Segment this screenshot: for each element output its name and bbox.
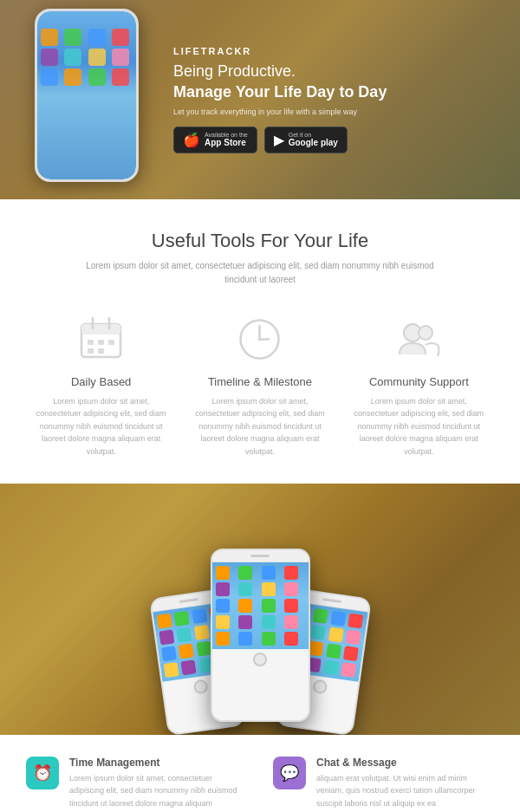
svg-rect-8: [98, 348, 104, 354]
appstore-button[interactable]: 🍎 Available on the App Store: [173, 127, 257, 153]
svg-rect-4: [88, 340, 94, 345]
apple-icon: 🍎: [183, 132, 200, 148]
svg-point-14: [419, 326, 432, 340]
community-icon: [395, 315, 443, 363]
feature-chat-name: Chat & Message: [316, 757, 494, 769]
hero-title: Being Productive. Manage Your Life Day t…: [173, 62, 387, 102]
features-grid: ⏰ Time Management Lorem ipsum dolor sit …: [26, 757, 494, 812]
googleplay-button[interactable]: ▶ Get it on Google play: [264, 127, 348, 153]
store-buttons: 🍎 Available on the App Store ▶ Get it on…: [173, 127, 387, 153]
tools-grid: Daily Based Lorem ipsum dolor sit amet, …: [26, 313, 494, 458]
phone-center: [211, 549, 310, 722]
tool-daily: Daily Based Lorem ipsum dolor sit amet, …: [26, 313, 176, 458]
feature-time-management: ⏰ Time Management Lorem ipsum dolor sit …: [26, 757, 247, 809]
chat-message-icon-box: 💬: [273, 757, 306, 789]
brand-name: LIFETRACKR: [173, 46, 387, 56]
feature-time-name: Time Management: [69, 757, 247, 769]
phones-container: [133, 562, 388, 735]
svg-rect-5: [98, 340, 104, 345]
clock-icon: [236, 315, 283, 363]
calendar-icon: [77, 315, 125, 363]
play-icon: ▶: [274, 132, 284, 148]
svg-rect-1: [81, 324, 120, 335]
feature-chat-message: 💬 Chat & Message aliquam erat volutpat. …: [273, 757, 494, 809]
hero-subtitle: Let you track everything in your life wi…: [173, 107, 387, 116]
tool-timeline: Timeline & Milestone Lorem ipsum dolor s…: [185, 313, 335, 458]
features-section: ⏰ Time Management Lorem ipsum dolor sit …: [0, 735, 520, 812]
tool-timeline-desc: Lorem ipsum dolor sit amet, consectetuer…: [193, 395, 326, 458]
feature-chat-desc: aliquam erat volutpat. Ut wisi enim ad m…: [316, 772, 494, 809]
feature-time-desc: Lorem ipsum dolor sit amet, consectetuer…: [69, 772, 247, 809]
phones-section: [0, 484, 520, 735]
tool-community-desc: Lorem ipsum dolor sit amet, consectetuer…: [353, 395, 485, 458]
chat-icon: 💬: [280, 763, 299, 783]
svg-rect-7: [88, 348, 94, 354]
tool-daily-desc: Lorem ipsum dolor sit amet, consectetuer…: [35, 395, 167, 458]
svg-rect-6: [108, 340, 114, 345]
tool-daily-name: Daily Based: [35, 375, 167, 388]
tools-subtitle: Lorem ipsum dolor sit amet, consectetuer…: [78, 259, 442, 287]
svg-point-12: [258, 337, 262, 341]
tool-timeline-name: Timeline & Milestone: [193, 375, 326, 388]
tools-title: Useful Tools For Your Life: [26, 230, 494, 252]
time-management-icon-box: ⏰: [26, 757, 59, 789]
tool-community-name: Community Support: [353, 375, 485, 388]
hero-content: LIFETRACKR Being Productive. Manage Your…: [173, 46, 387, 153]
tools-section: Useful Tools For Your Life Lorem ipsum d…: [0, 199, 520, 484]
hero-section: LIFETRACKR Being Productive. Manage Your…: [0, 0, 520, 199]
hero-phone-image: [17, 9, 156, 199]
clock-icon: ⏰: [33, 763, 52, 783]
tool-community: Community Support Lorem ipsum dolor sit …: [344, 313, 494, 458]
